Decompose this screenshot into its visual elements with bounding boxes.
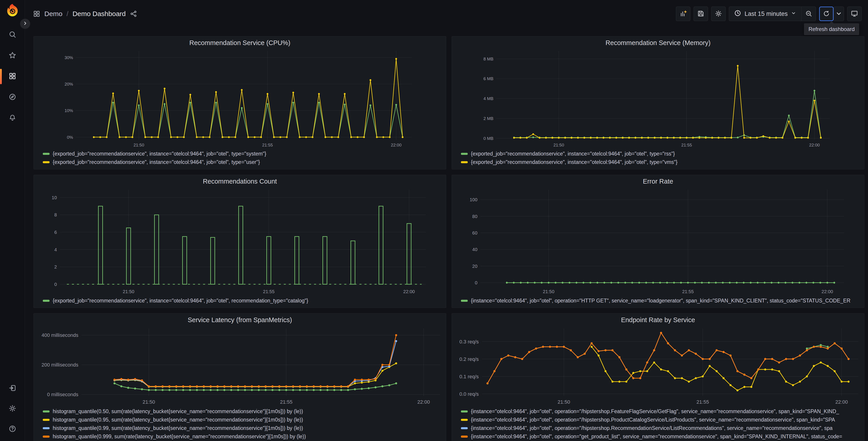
legend-series-label: histogram_quantile(0.99, sum(rate(latenc… <box>53 425 303 431</box>
svg-text:22:00: 22:00 <box>822 289 833 294</box>
svg-text:2 MB: 2 MB <box>483 116 493 121</box>
svg-text:21:55: 21:55 <box>263 289 275 294</box>
breadcrumb-dashboard-title[interactable]: Demo Dashboard <box>72 10 126 18</box>
legend-item[interactable]: {instance="otelcol:9464", job="otel", op… <box>461 297 861 305</box>
zoom-out-time-range-button[interactable] <box>802 6 816 21</box>
sidebar-item-explore[interactable] <box>5 90 20 105</box>
dashboard-canvas[interactable]: Recommendation Service (CPU%) 0%10%20%30… <box>25 28 868 441</box>
help-icon <box>9 425 16 434</box>
sidebar-bottom <box>5 381 20 437</box>
svg-text:200 milliseconds: 200 milliseconds <box>42 362 79 368</box>
time-series-chart[interactable]: 0%10%20%30%21:5021:5522:00 <box>34 48 446 149</box>
legend-series-label: {exported_job="recommendationservice", i… <box>471 159 678 165</box>
legend-item[interactable]: {instance="otelcol:9464", job="otel", op… <box>461 424 861 432</box>
svg-text:0 milliseconds: 0 milliseconds <box>47 392 78 397</box>
svg-text:10: 10 <box>52 195 57 200</box>
panel-title[interactable]: Service Latency (from SpanMetrics) <box>34 314 446 325</box>
sidebar-menu <box>5 28 20 125</box>
sidebar-item-sign-in[interactable] <box>5 381 20 396</box>
legend-series-color-chip <box>43 300 50 302</box>
clock-icon <box>734 9 741 18</box>
panel-recommendations-count: Recommendations Count 024681021:5021:552… <box>33 175 446 308</box>
legend-series-color-chip <box>43 161 50 163</box>
svg-text:22:00: 22:00 <box>809 143 820 147</box>
sidebar <box>0 0 25 441</box>
share-icon[interactable] <box>130 10 137 18</box>
refresh-interval-dropdown[interactable] <box>834 6 844 21</box>
legend-item[interactable]: histogram_quantile(0.99, sum(rate(latenc… <box>43 424 442 432</box>
panel-title[interactable]: Recommendation Service (Memory) <box>452 36 864 48</box>
svg-text:22:00: 22:00 <box>417 399 430 405</box>
panel-endpoint-rate-by-service: Endpoint Rate by Service 0.0 req/s0.1 re… <box>452 313 864 441</box>
legend-item[interactable]: histogram_quantile(0.95, sum(rate(latenc… <box>43 416 442 424</box>
bar-chart[interactable]: 024681021:5021:5522:00 <box>34 186 446 296</box>
svg-text:60: 60 <box>472 231 477 235</box>
time-series-chart[interactable]: 0 MB2 MB4 MB6 MB8 MB21:5021:5522:00 <box>452 48 864 149</box>
legend-series-color-chip <box>43 427 50 429</box>
time-series-chart[interactable]: 0.0 req/s0.1 req/s0.2 req/s0.3 req/s21:5… <box>452 325 864 406</box>
search-icon <box>9 31 16 39</box>
legend-series-label: {exported_job="recommendationservice", i… <box>53 151 266 157</box>
dashboard-toolbar: Last 15 minutes Ref <box>676 6 862 21</box>
sidebar-item-alerting[interactable] <box>5 111 20 125</box>
svg-text:6 MB: 6 MB <box>483 76 493 81</box>
svg-text:100: 100 <box>470 197 477 202</box>
refresh-dashboard-button[interactable] <box>819 6 834 21</box>
legend-item[interactable]: {instance="otelcol:9464", job="otel", op… <box>461 416 861 424</box>
legend-series-color-chip <box>461 161 468 163</box>
time-series-chart[interactable]: 02040608010021:5021:5522:00 <box>452 186 864 296</box>
legend-series-color-chip <box>43 419 50 421</box>
legend-series-label: histogram_quantile(0.50, sum(rate(latenc… <box>53 408 303 414</box>
legend-item[interactable]: {exported_job="recommendationservice", i… <box>43 158 442 167</box>
sidebar-item-help[interactable] <box>5 422 20 437</box>
panel-title[interactable]: Error Rate <box>452 175 864 186</box>
svg-text:21:50: 21:50 <box>133 143 144 147</box>
chevron-down-icon <box>835 10 842 18</box>
svg-text:8 MB: 8 MB <box>483 57 493 61</box>
legend-item[interactable]: {exported_job="recommendationservice", i… <box>43 297 442 305</box>
panel-legend: histogram_quantile(0.50, sum(rate(latenc… <box>34 406 446 441</box>
legend-series-color-chip <box>461 153 468 155</box>
panel-title[interactable]: Endpoint Rate by Service <box>452 314 864 325</box>
sidebar-item-dashboards[interactable] <box>5 69 20 84</box>
legend-item[interactable]: {exported_job="recommendationservice", i… <box>461 158 861 167</box>
dashboard-settings-button[interactable] <box>711 6 726 21</box>
refresh-icon <box>823 10 830 18</box>
legend-item[interactable]: {instance="otelcol:9464", job="otel", op… <box>461 432 861 441</box>
add-panel-button[interactable] <box>676 6 690 21</box>
save-dashboard-button[interactable] <box>693 6 708 21</box>
gear-icon <box>9 405 16 413</box>
legend-series-color-chip <box>461 419 468 421</box>
legend-series-label: {instance="otelcol:9464", job="otel", op… <box>471 434 842 440</box>
sidebar-item-configuration[interactable] <box>5 402 20 416</box>
breadcrumb-folder[interactable]: Demo <box>44 10 62 18</box>
panel-title[interactable]: Recommendation Service (CPU%) <box>34 36 446 48</box>
svg-text:22:00: 22:00 <box>403 289 415 294</box>
legend-series-color-chip <box>461 300 468 302</box>
tv-mode-button[interactable] <box>847 6 862 21</box>
svg-text:8: 8 <box>54 212 57 217</box>
sidebar-item-starred[interactable] <box>5 49 20 63</box>
grafana-logo[interactable] <box>5 3 20 18</box>
svg-text:0%: 0% <box>67 135 73 140</box>
legend-series-color-chip <box>461 427 468 429</box>
panel-title[interactable]: Recommendations Count <box>34 175 446 186</box>
time-range-picker[interactable]: Last 15 minutes <box>729 6 802 21</box>
legend-item[interactable]: histogram_quantile(0.50, sum(rate(latenc… <box>43 407 442 416</box>
legend-series-label: {instance="otelcol:9464", job="otel", op… <box>471 425 833 431</box>
svg-text:22:00: 22:00 <box>391 143 401 147</box>
legend-item[interactable]: {exported_job="recommendationservice", i… <box>461 150 861 158</box>
svg-text:4: 4 <box>54 247 57 252</box>
sidebar-item-search[interactable] <box>5 28 20 42</box>
sidebar-expand-button[interactable] <box>20 19 30 29</box>
time-series-chart[interactable]: 0 milliseconds200 milliseconds400 millis… <box>34 325 446 406</box>
legend-series-color-chip <box>43 436 50 438</box>
legend-item[interactable]: histogram_quantile(0.999, sum(rate(laten… <box>43 432 442 441</box>
legend-item[interactable]: {instance="otelcol:9464", job="otel", op… <box>461 407 861 416</box>
apps-grid-icon[interactable] <box>33 10 40 18</box>
sign-in-icon <box>9 384 16 393</box>
legend-series-label: {instance="otelcol:9464", job="otel", op… <box>471 408 839 414</box>
gear-icon <box>715 10 722 18</box>
legend-item[interactable]: {exported_job="recommendationservice", i… <box>43 150 442 158</box>
svg-text:0: 0 <box>54 282 57 287</box>
